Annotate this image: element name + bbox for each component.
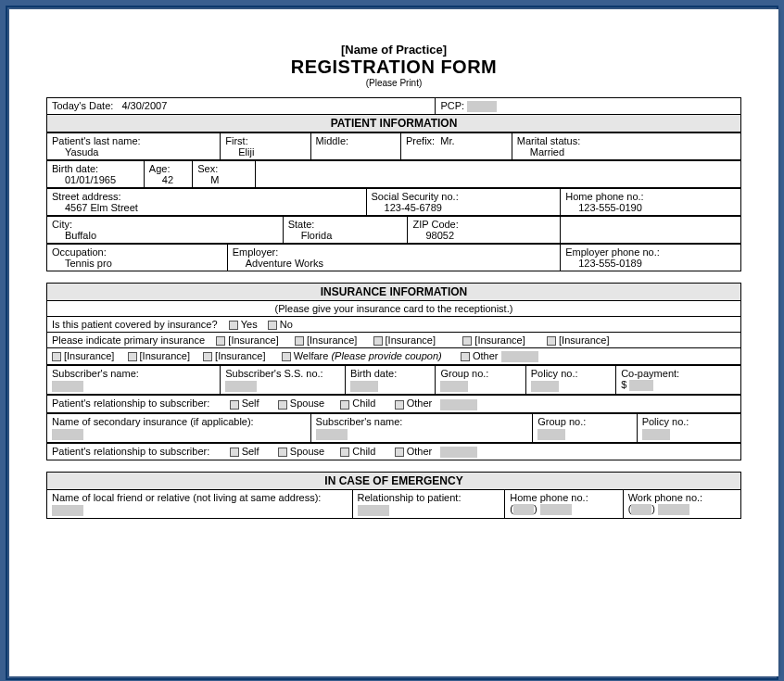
covered-no[interactable]: No (268, 319, 293, 330)
age-label: Age: (149, 163, 187, 174)
insurance-option[interactable]: [Insurance] (462, 334, 525, 346)
city-label: City: (52, 219, 278, 230)
checkbox-icon (229, 321, 238, 330)
blank-field[interactable] (537, 429, 565, 440)
blank-field[interactable] (642, 429, 670, 440)
checkbox-icon (462, 336, 472, 346)
date-label: Today's Date: (52, 100, 113, 111)
street-value: 4567 Elm Street (65, 202, 361, 213)
policy-no-label: Policy no.: (531, 368, 611, 379)
registration-form-page: [Name of Practice] REGISTRATION FORM (Pl… (9, 9, 778, 676)
form-header: [Name of Practice] REGISTRATION FORM (Pl… (46, 43, 741, 88)
checkbox-icon (230, 400, 239, 410)
rel-spouse[interactable]: Spouse (278, 446, 324, 457)
relationship-row-1: Patient's relationship to subscriber: Se… (46, 395, 741, 412)
checkbox-icon (203, 352, 212, 361)
pcp-blank[interactable] (467, 101, 497, 112)
rel-self[interactable]: Self (230, 446, 259, 457)
covered-yes[interactable]: Yes (229, 319, 258, 330)
emergency-home-phone-label: Home phone no.: (510, 492, 617, 503)
checkbox-icon (278, 448, 287, 457)
blank-field[interactable] (225, 381, 257, 392)
emergency-table: IN CASE OF EMERGENCY Name of local frien… (46, 472, 741, 519)
blank-field[interactable] (350, 381, 378, 392)
patient-address-row: Street address:4567 Elm Street Social Se… (46, 188, 741, 216)
patient-name-row: Patient's last name:Yasuda First:Eliji M… (46, 132, 741, 160)
middle-name-label: Middle: (316, 135, 348, 146)
other-option[interactable]: Other (461, 350, 538, 362)
blank-field[interactable] (629, 380, 653, 391)
rel-child[interactable]: Child (340, 397, 375, 409)
blank-field[interactable] (631, 504, 651, 515)
checkbox-icon (340, 448, 349, 457)
sex-value: M (210, 174, 249, 185)
rel-self[interactable]: Self (230, 397, 259, 409)
blank-field (440, 399, 477, 410)
emergency-heading: IN CASE OF EMERGENCY (47, 472, 741, 489)
secondary-insurance-row: Name of secondary insurance (if applicab… (46, 413, 741, 443)
blank-field[interactable] (358, 505, 389, 516)
insurance-option[interactable]: [Insurance] (216, 334, 278, 346)
welfare-option[interactable]: Welfare (Please provide coupon) (282, 350, 442, 361)
checkbox-icon (295, 336, 304, 346)
patient-occupation-row: Occupation:Tennis pro Employer:Adventure… (46, 244, 741, 271)
rel-child[interactable]: Child (340, 446, 375, 457)
ssn-value: 123-45-6789 (385, 202, 556, 213)
date-value: 4/30/2007 (121, 100, 167, 111)
other-blank (501, 351, 538, 362)
sex-label: Sex: (197, 163, 249, 174)
blank-field[interactable] (513, 504, 534, 515)
checkbox-icon (216, 336, 225, 346)
checkbox-icon (395, 448, 404, 457)
copay-label: Co-payment: (621, 368, 736, 379)
first-name-label: First: (225, 135, 305, 146)
secondary-subscriber-label: Subscriber's name: (316, 416, 528, 427)
blank-field[interactable] (531, 381, 559, 392)
blank-field[interactable] (52, 429, 83, 440)
checkbox-icon (282, 352, 291, 361)
home-phone-value: 123-555-0190 (578, 202, 736, 213)
blank-field[interactable] (52, 381, 83, 392)
checkbox-icon (268, 321, 277, 330)
secondary-name-label: Name of secondary insurance (if applicab… (52, 416, 306, 427)
insurance-option[interactable]: [Insurance] (203, 350, 265, 361)
marital-label: Marital status: (517, 135, 736, 146)
state-label: State: (288, 219, 403, 230)
checkbox-icon (547, 336, 556, 346)
blank-field[interactable] (658, 504, 689, 515)
last-name-value: Yasuda (65, 146, 215, 158)
blank-field[interactable] (316, 429, 348, 440)
subscriber-name-label: Subscriber's name: (52, 368, 215, 379)
zip-label: ZIP Code: (412, 219, 555, 230)
insurance-option[interactable]: [Insurance] (547, 334, 609, 346)
relationship-label: Patient's relationship to subscriber: (52, 397, 209, 409)
insurance-option[interactable]: [Insurance] (128, 350, 190, 361)
insurance-option[interactable]: [Insurance] (295, 334, 357, 346)
checkbox-icon (52, 352, 61, 361)
form-title: REGISTRATION FORM (46, 57, 741, 78)
subscriber-ssn-label: Subscriber's S.S. no.: (225, 368, 340, 379)
emergency-contact-label: Name of local friend or relative (not li… (52, 492, 348, 503)
patient-city-row: City:Buffalo State:Florida ZIP Code:9805… (46, 216, 741, 244)
insurance-option[interactable]: [Insurance] (373, 334, 436, 346)
prefix-label: Prefix: (406, 135, 435, 146)
marital-value: Married (530, 146, 736, 158)
checkbox-icon (395, 400, 404, 410)
rel-other[interactable]: Other (395, 446, 478, 458)
dollar-sign: $ (621, 379, 626, 390)
city-value: Buffalo (65, 230, 278, 241)
occupation-label: Occupation: (52, 246, 222, 258)
rel-other[interactable]: Other (395, 397, 478, 410)
employer-label: Employer: (233, 246, 556, 258)
rel-spouse[interactable]: Spouse (278, 397, 324, 409)
checkbox-icon (461, 352, 470, 361)
blank-field[interactable] (540, 504, 572, 515)
insurance-option[interactable]: [Insurance] (52, 350, 114, 361)
employer-phone-value: 123-555-0189 (578, 258, 736, 269)
checkbox-icon (230, 448, 239, 457)
blank-field[interactable] (52, 505, 83, 516)
please-print-note: (Please Print) (46, 78, 741, 88)
meta-table: Today's Date: 4/30/2007 PCP: PATIENT INF… (46, 97, 741, 132)
blank-field[interactable] (440, 381, 468, 392)
pcp-label: PCP: (440, 100, 464, 111)
